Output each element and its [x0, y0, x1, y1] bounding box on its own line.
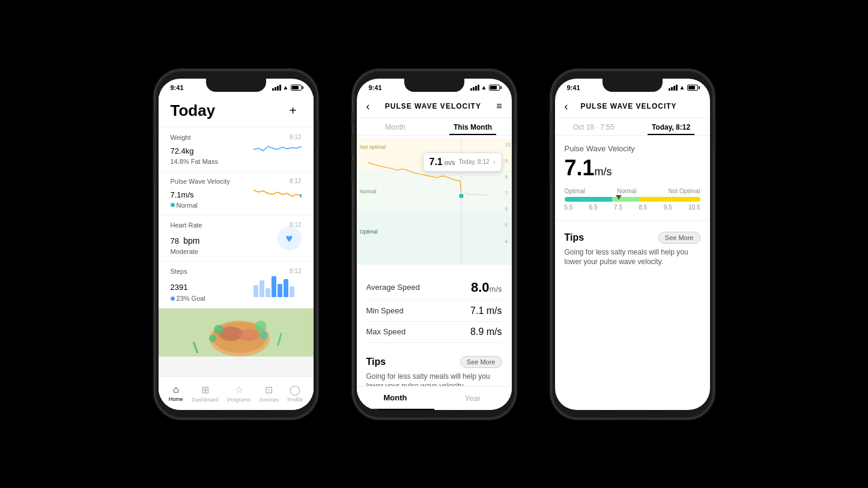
avg-speed-row: Average Speed 8.0m/s [366, 275, 502, 301]
phone2-chart: Not optimal Normal Optimal 10 9 8 7 6 5 … [357, 136, 512, 268]
svg-point-6 [214, 325, 223, 334]
phone3-tips: Tips See More Going for less salty meals… [555, 226, 710, 274]
phone1-content: Today + Weight 72.4kg 14.8% Fat Mass 8:1… [159, 95, 314, 410]
pwv-label: Pulse Wave Velocity [171, 178, 247, 185]
food-card[interactable] [159, 309, 314, 357]
phone2-status-time: 9:41 [369, 84, 382, 91]
phone3-title: PULSE WAVE VELOCITY [580, 102, 676, 110]
period-tab-month[interactable]: Month [357, 387, 434, 410]
programs-icon: ☆ [235, 384, 243, 396]
p2-wifi-icon: ▲ [481, 84, 487, 91]
heart-rate-value: 78 bpm [171, 230, 278, 247]
phone2-see-more-button[interactable]: See More [460, 356, 502, 368]
weight-sub: 14.8% Fat Mass [171, 158, 247, 165]
svg-point-7 [255, 321, 267, 333]
chart-tooltip: 7.1 m/s Today, 8:12 › [423, 152, 502, 172]
phone3-status-time: 9:41 [567, 84, 580, 91]
heart-rate-card[interactable]: Heart Rate 78 bpm Moderate 8:12 ♥ [159, 215, 314, 262]
steps-label: Steps [171, 268, 253, 275]
range-marker [616, 195, 622, 200]
nav-home[interactable]: ⌂ Home [169, 384, 183, 402]
phone2-tips-title: Tips [366, 357, 386, 367]
tooltip-date: Today, 8:12 [459, 158, 490, 165]
phone3-detail-header: ‹ PULSE WAVE VELOCITY [555, 95, 710, 118]
svg-text:7: 7 [505, 190, 508, 196]
battery-icon [291, 85, 302, 91]
phone2-notch [404, 79, 464, 92]
pwv-time: 8:12 [290, 178, 301, 184]
p3-battery-icon [687, 85, 698, 91]
nav-devices[interactable]: ⊡ Devices [259, 384, 279, 403]
p2-signal-icon [470, 85, 479, 91]
tooltip-unit: m/s [445, 159, 455, 166]
phone2-tab-bar: Month This Month [357, 118, 512, 136]
svg-text:Not optimal: Not optimal [359, 144, 386, 150]
svg-text:8: 8 [505, 173, 508, 179]
phone3-tips-text: Going for less salty meals will help you… [565, 247, 700, 268]
heart-rate-time: 8:12 [290, 221, 301, 228]
phone2-status-icons: ▲ [470, 84, 500, 91]
phone2-back-button[interactable]: ‹ [366, 100, 370, 113]
phone1: 9:41 ▲ Today [155, 70, 317, 418]
phone3-back-button[interactable]: ‹ [565, 100, 568, 113]
weight-value: 72.4kg [171, 142, 247, 157]
period-tab-year[interactable]: Year [434, 387, 512, 410]
phone2-menu-button[interactable]: ≡ [496, 101, 502, 112]
phone2: 9:41 ▲ ‹ PULSE WAVE VELOC [353, 70, 515, 418]
svg-point-26 [458, 193, 464, 199]
divider [555, 220, 710, 221]
range-numbers: 5.5 6.5 7.5 8.5 9.5 10.5 [565, 204, 700, 211]
pwv-sub: Normal [171, 202, 247, 209]
phone1-status-time: 9:41 [171, 84, 184, 91]
pwv-chart [253, 181, 302, 205]
svg-text:4: 4 [505, 238, 508, 244]
nav-home-label: Home [169, 396, 183, 402]
phone2-period-tabs: Month Year [357, 386, 512, 410]
svg-text:Optimal: Optimal [359, 228, 377, 234]
signal-icon [272, 85, 281, 91]
svg-rect-14 [357, 210, 512, 265]
phone2-tab-this-month[interactable]: This Month [434, 118, 512, 135]
svg-text:10: 10 [505, 142, 511, 148]
add-button[interactable]: + [285, 102, 302, 119]
home-icon: ⌂ [173, 384, 179, 395]
svg-text:Normal: Normal [359, 188, 376, 194]
phones-container: 9:41 ▲ Today [131, 46, 738, 442]
phone3-status-icons: ▲ [669, 84, 698, 91]
profile-icon: ◯ [290, 384, 300, 396]
phone3-metric-name: Pulse Wave Velocity [555, 144, 710, 153]
svg-point-5 [238, 329, 259, 341]
svg-point-9 [259, 331, 268, 340]
phone2-screen: 9:41 ▲ ‹ PULSE WAVE VELOC [357, 79, 512, 410]
bottom-nav: ⌂ Home ⊞ Dashboard ☆ Programs ⊡ Devices [159, 376, 314, 410]
phone3-tab-oct[interactable]: Oct 18 · 7:55 [555, 118, 633, 135]
weight-label: Weight [171, 134, 247, 141]
svg-point-0 [300, 194, 302, 197]
nav-profile[interactable]: ◯ Profile [288, 384, 303, 403]
phone1-screen: 9:41 ▲ Today [159, 79, 314, 410]
p3-wifi-icon: ▲ [679, 84, 685, 91]
phone3-tab-today[interactable]: Today, 8:12 [633, 118, 710, 135]
phone3-range: Optimal Normal Not Optimal 5.5 6.5 7.5 8… [555, 181, 710, 215]
p2-battery-icon [489, 85, 500, 91]
steps-card[interactable]: Steps 2391 23% Goal 8:12 [159, 262, 314, 308]
phone3-see-more-button[interactable]: See More [658, 232, 700, 244]
pwv-card[interactable]: Pulse Wave Velocity 7.1m/s Normal 8:12 [159, 172, 314, 215]
phone2-detail-header: ‹ PULSE WAVE VELOCITY ≡ [357, 95, 512, 118]
nav-programs-label: Programs [227, 397, 250, 403]
nav-dashboard[interactable]: ⊞ Dashboard [192, 384, 219, 403]
phone2-title: PULSE WAVE VELOCITY [385, 102, 481, 110]
range-bar [565, 197, 700, 202]
nav-programs[interactable]: ☆ Programs [227, 384, 250, 403]
svg-rect-13 [357, 170, 512, 210]
weight-card[interactable]: Weight 72.4kg 14.8% Fat Mass 8:12 [159, 128, 314, 171]
svg-text:6: 6 [505, 206, 508, 212]
avg-speed-label: Average Speed [366, 283, 420, 292]
min-speed-value: 7.1 m/s [470, 306, 502, 316]
p3-signal-icon [669, 85, 678, 91]
phone2-tab-month[interactable]: Month [357, 118, 434, 135]
max-speed-value: 8.9 m/s [470, 327, 502, 337]
avg-speed-value: 8.0m/s [471, 280, 502, 295]
devices-icon: ⊡ [265, 384, 273, 396]
dashboard-icon: ⊞ [201, 384, 209, 396]
